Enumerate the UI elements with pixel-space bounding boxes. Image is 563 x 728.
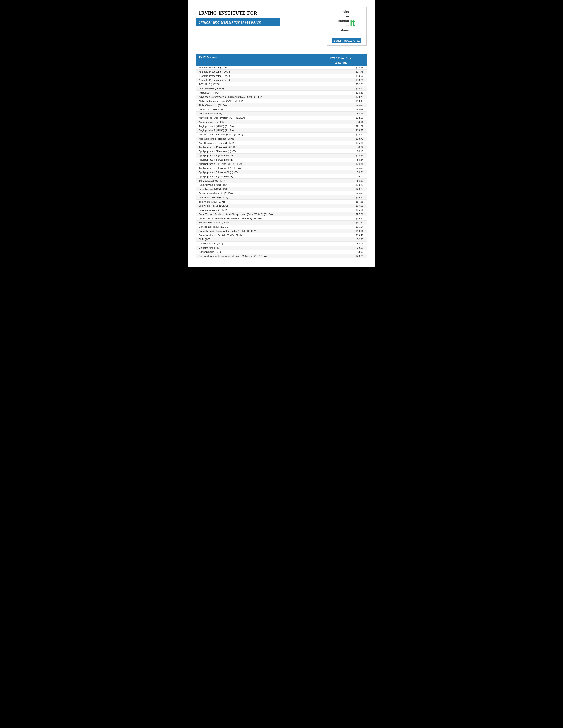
cite-it-block: cite — submit — share — it — [330, 9, 363, 37]
assay-name: BUN (INT) — [196, 237, 316, 242]
assay-cost: $19.48 — [316, 233, 367, 237]
table-row: Brain Natriuretic Peptide (BNP) (ELISA)$… — [196, 233, 367, 237]
assay-name: Beta Amyloid I-40 (ELISA) — [196, 183, 316, 187]
assay-cost: $5.54 — [316, 158, 367, 162]
assay-name: Calcium, serum (INT) — [196, 242, 316, 246]
assay-cost: $21.02 — [316, 124, 367, 128]
assay-name: Anti-Mullerian Hormone (AMH) (ELISA) — [196, 133, 316, 137]
assay-cost: $3.96 — [316, 112, 367, 116]
assay-name: ACY-1215 (LCMS) — [196, 82, 316, 86]
table-row: Advanced Glycosylation Endproduct (AGE-C… — [196, 95, 367, 99]
assay-name: *Sample Processing - Lvl. 1 — [196, 66, 316, 70]
assay-cost: $33.72 — [316, 137, 367, 141]
logo-block: Irving Institute for clinical and transl… — [196, 7, 280, 26]
assay-name: Brain Natriuretic Peptide (BNP) (ELISA) — [196, 233, 316, 237]
assay-name: Amyloid Precursor Protein ßCTF (ELISA) — [196, 116, 316, 120]
col-assay-header: FY17 Assays* — [196, 54, 316, 60]
assay-name: Apolipoprotein E (Apo E) (INT) — [196, 174, 316, 179]
table-section: FY17 Assays* FY17 Total Cost p/Sample *S… — [196, 54, 367, 258]
table-row: Calcium, serum (INT)$3.06 — [196, 242, 367, 246]
assay-cost: $55.97 — [316, 195, 367, 200]
table-row: Angiopoietin-2 (ANG2) (ELISA)$18.55 — [196, 128, 367, 133]
table-row: Alpha-Synuclein (ELISA)Inquire — [196, 103, 367, 107]
table-row: Amphetamines (INT)$3.96 — [196, 112, 367, 116]
table-row: Alpha-Antichymotrypsin (AACT) (ELISA)$13… — [196, 99, 367, 103]
assay-cost: $20.87 — [316, 187, 367, 191]
assay-cost: $23.20 — [316, 216, 367, 221]
assay-cost: $19.36 — [316, 229, 367, 233]
logo-title: Irving Institute for — [196, 7, 280, 17]
table-row: Bortezomib, plasma (LCMS)$61.67 — [196, 221, 367, 225]
assay-cost: $6.92 — [316, 145, 367, 149]
assay-name: Bortezomib, tissue (LCMS) — [196, 225, 316, 229]
table-row: Apolipoprotein B (Apo B) (INT)$5.54 — [196, 158, 367, 162]
logo-institute-name: Irving Institute for — [199, 9, 257, 16]
assay-cost: $20.87 — [316, 183, 367, 187]
assay-name: Alpha-Synuclein (ELISA) — [196, 103, 316, 107]
table-row: Calcium, urine (INT)$3.97 — [196, 246, 367, 250]
assay-cost: $22.50 — [316, 116, 367, 120]
assay-name: Amino Acids (GCMS) — [196, 107, 316, 112]
badge-divider1: — — [346, 14, 349, 19]
table-row: ACY-1215 (LCMS)$52.01 — [196, 82, 367, 86]
assay-cost: $2.80 — [316, 237, 367, 242]
assay-cost: $4.17 — [316, 149, 367, 154]
cite-badge: cite — submit — share — it 1 UL1 TR00187… — [327, 7, 367, 46]
assay-name: Apolipoprotein CIII (Apo CIII) (ELISA) — [196, 166, 316, 170]
assay-cost: $67.99 — [316, 200, 367, 204]
table-row: Beta Amyloid I-40 (ELISA)$20.87 — [196, 183, 367, 187]
assay-cost: $65.54 — [316, 225, 367, 229]
assay-cost: $67.99 — [316, 204, 367, 208]
assay-name: Androstenedione (IMM) — [196, 120, 316, 124]
assay-cost: $24.91 — [316, 133, 367, 137]
assay-name: *Sample Processing - Lvl. 3 — [196, 74, 316, 78]
table-row: Amino Acids (GCMS)Inquire — [196, 107, 367, 112]
assay-name: Bortezomib, plasma (LCMS) — [196, 221, 316, 225]
table-row: Amyloid Precursor Protein ßCTF (ELISA)$2… — [196, 116, 367, 120]
badge-share: share — [340, 28, 349, 32]
assay-cost: $52.01 — [316, 82, 367, 86]
assay-cost: Inquire — [316, 103, 367, 107]
assay-cost: Inquire — [316, 107, 367, 112]
table-row: Apo-Carotenoid, tissue (LCMS)$35.65 — [196, 141, 367, 145]
assay-cost: Inquire — [316, 166, 367, 170]
assay-name: Bone-specific Alkaline Phosphatase (Bone… — [196, 216, 316, 221]
assay-name: Calcium, urine (INT) — [196, 246, 316, 250]
assay-name: *Sample Processing - Lvl. 2 — [196, 70, 316, 74]
assay-cost: $16.75 — [316, 66, 367, 70]
assay-name: Carboxyterminal Telopeptide of Type I Co… — [196, 254, 316, 258]
assay-name: Bile Acids, Serum (LCMS) — [196, 195, 316, 200]
table-row: *Sample Processing - Lvl. 3$50.00 — [196, 74, 367, 78]
assay-cost: $27.26 — [316, 212, 367, 216]
assay-name: Apolipoprotein B (Apo B) (ELISA) — [196, 154, 316, 158]
assay-name: Angiopoietin-2 (ANG2) (ELISA) — [196, 128, 316, 133]
table-row: Bortezomib, tissue (LCMS)$65.54 — [196, 225, 367, 229]
badge-cite: cite — [343, 9, 349, 14]
assay-cost: $5.73 — [316, 174, 367, 179]
assay-name: Apolipoprotein B48 (Apo B48) (ELISA) — [196, 162, 316, 166]
table-row: Bone-specific Alkaline Phosphatase (Bone… — [196, 216, 367, 221]
assay-name: Biogenic Amines (LCMS) — [196, 208, 316, 212]
table-row: BUN (INT)$2.80 — [196, 237, 367, 242]
table-row: Apolipoprotein CIII (Apo CIII) (INT)$4.7… — [196, 170, 367, 174]
grant-id: 1 UL1 TR001873-01 — [332, 38, 362, 43]
table-row: Angiopoietin-1 (ANG1) (ELISA)$21.02 — [196, 124, 367, 128]
assay-cost: $3.06 — [316, 242, 367, 246]
assay-name: Acylcarnitines (LCMS) — [196, 86, 316, 91]
table-row: Brain Derived Neurotrophic Factor (BDNF)… — [196, 229, 367, 233]
assay-name: Apo-Carotenoid, plasma (LCMS) — [196, 137, 316, 141]
assay-cost: $24.38 — [316, 162, 367, 166]
table-row: *Sample Processing - Lvl. 1$16.75 — [196, 66, 367, 70]
assay-cost: $35.50 — [316, 208, 367, 212]
assay-name: Apolipoprotein CIII (Apo CIII) (INT) — [196, 170, 316, 174]
assay-cost: $6.06 — [316, 120, 367, 124]
assay-name: Amphetamines (INT) — [196, 112, 316, 116]
table-row: *Sample Processing - Lvl. 2$27.75 — [196, 70, 367, 74]
assay-name: Benzodiazepines (INT) — [196, 179, 316, 183]
table-row: Bile Acids, Serum (LCMS)$55.97 — [196, 195, 367, 200]
table-row: *Sample Processing - Lvl. 4$83.00 — [196, 78, 367, 82]
assay-table: FY17 Assays* FY17 Total Cost p/Sample *S… — [196, 54, 367, 258]
table-row: Apolipoprotein B48 (Apo B48) (ELISA)$24.… — [196, 162, 367, 166]
table-row: Bile Acids, Stool (LCMS)$67.99 — [196, 200, 367, 204]
badge-words: cite — submit — share — — [338, 9, 349, 37]
